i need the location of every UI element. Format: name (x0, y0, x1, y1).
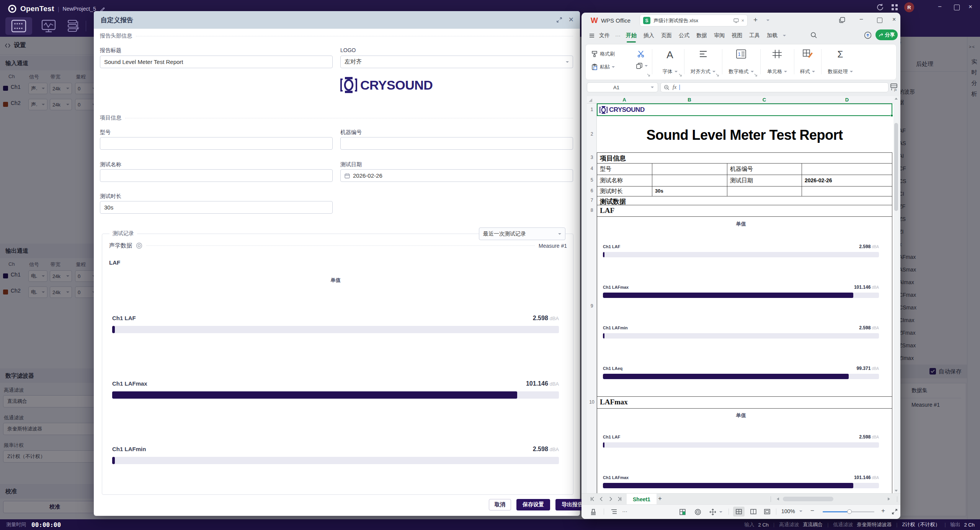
close-dialog-icon[interactable]: ✕ (568, 16, 574, 24)
row-header-5[interactable]: 5 (587, 177, 597, 183)
maximize-button[interactable] (954, 5, 960, 10)
stamp-icon[interactable] (590, 509, 597, 515)
menu-item[interactable]: 审阅 (713, 32, 725, 39)
test-record-select[interactable]: 最近一次测试记录 (479, 227, 565, 240)
avatar[interactable]: R (904, 2, 914, 12)
menu-item[interactable]: 加载 (766, 32, 778, 39)
menu-item[interactable]: 插入 (643, 32, 655, 39)
scroll-up-icon[interactable] (895, 98, 898, 100)
next-sheet-icon[interactable] (608, 497, 613, 501)
add-sheet-icon[interactable]: + (658, 495, 662, 502)
ribbon-group-data-process[interactable]: Σ 数据处理 (821, 47, 859, 77)
wps-titlebar[interactable]: W WPS Office S 声级计测试报告.xlsx × + − × (581, 13, 900, 28)
column-header-B[interactable]: B (652, 96, 727, 103)
minimize-window-icon[interactable]: − (859, 16, 863, 23)
maximize-window-icon[interactable] (877, 18, 882, 23)
cancel-button[interactable]: 取消 (489, 499, 511, 510)
row-header-8[interactable]: 8 (587, 208, 597, 213)
paste-button[interactable]: 粘贴 (591, 62, 615, 72)
column-header-C[interactable]: C (727, 96, 802, 103)
vertical-scrollbar[interactable] (893, 96, 899, 493)
row-header-column[interactable] (587, 103, 597, 493)
menu-item[interactable]: 公式 (678, 32, 690, 39)
record-circle-icon[interactable] (694, 509, 701, 515)
close-window-icon[interactable]: × (892, 16, 896, 23)
zoom-out-icon[interactable]: − (810, 507, 814, 515)
menu-overflow-chevron-icon[interactable] (783, 35, 786, 36)
scrollbar-thumb[interactable] (894, 123, 898, 211)
dialog-header[interactable]: 自定义报告 ✕ (94, 11, 580, 29)
hscroll-left-icon[interactable] (777, 497, 779, 501)
fx-panel-icon[interactable]: fx (890, 83, 898, 92)
minimize-button[interactable]: − (938, 3, 942, 11)
apps-grid-icon[interactable] (890, 3, 899, 11)
row-header-3[interactable]: 3 (587, 155, 597, 160)
ribbon-group-cells[interactable]: 单元格 (760, 47, 794, 77)
side-by-side-icon[interactable] (839, 17, 845, 23)
copy-button[interactable] (636, 62, 648, 69)
menu-file[interactable]: 文件 (598, 32, 611, 39)
zoom-in-icon[interactable]: + (881, 507, 885, 515)
ribbon-group-number-format[interactable]: 1 数字格式 (722, 47, 760, 77)
test-date-input[interactable]: 2026-02-26 (340, 169, 573, 182)
ribbon-group-styles[interactable]: 样式 (794, 47, 821, 77)
model-input[interactable] (100, 137, 333, 150)
group-expand-icon[interactable] (716, 74, 719, 77)
page-layout-view-button[interactable] (761, 507, 773, 517)
ribbon-group-alignment[interactable]: 对齐方式 (684, 47, 722, 77)
zoom-level-control[interactable]: 100% (781, 508, 802, 514)
sheet-tab-sheet1[interactable]: Sheet1 (627, 494, 657, 505)
report-title-input[interactable]: Sound Level Meter Test Report (100, 56, 333, 68)
normal-view-button[interactable] (733, 507, 745, 517)
test-name-input[interactable] (100, 169, 333, 182)
search-icon[interactable] (810, 32, 817, 39)
target-circle-icon[interactable] (136, 242, 142, 249)
save-settings-button[interactable]: 保存设置 (516, 499, 550, 510)
tab-list-chevron-icon[interactable] (766, 20, 769, 21)
selection-fill-handle[interactable] (890, 114, 893, 117)
logo-align-select[interactable]: 左对齐 (340, 56, 573, 68)
cloud-upload-icon[interactable] (864, 31, 872, 39)
serial-input[interactable] (340, 137, 573, 150)
hscroll-thumb[interactable] (783, 497, 833, 501)
menu-home-active[interactable]: 开始 (625, 32, 637, 39)
scroll-down-icon[interactable] (895, 490, 898, 492)
column-header-D[interactable]: D (802, 96, 892, 103)
page-break-view-button[interactable] (748, 507, 759, 517)
row-header-10[interactable]: 10 (587, 399, 597, 405)
outline-icon[interactable] (611, 509, 617, 515)
menu-item[interactable]: 视图 (731, 32, 743, 39)
fullscreen-icon[interactable] (892, 509, 898, 515)
menu-item[interactable]: 页面 (660, 32, 673, 39)
format-painter-button[interactable]: 格式刷 (591, 49, 615, 59)
cut-button[interactable] (637, 50, 645, 59)
zoom-slider[interactable] (823, 511, 874, 512)
row-header-6[interactable]: 6 (587, 188, 597, 193)
hamburger-icon[interactable] (589, 33, 595, 38)
hscroll-right-icon[interactable] (888, 497, 890, 501)
close-button[interactable]: × (969, 3, 972, 11)
prev-sheet-icon[interactable] (599, 497, 604, 501)
zoom-slider-thumb[interactable] (847, 509, 852, 514)
last-sheet-icon[interactable] (617, 497, 622, 501)
group-expand-icon[interactable] (679, 74, 682, 77)
document-tab[interactable]: S 声级计测试报告.xlsx × (640, 15, 748, 26)
table-tools-icon[interactable] (679, 509, 686, 515)
new-tab-icon[interactable]: + (753, 16, 758, 24)
move-mode-control[interactable] (709, 509, 722, 515)
refresh-icon[interactable] (876, 3, 884, 11)
row-header-4[interactable]: 4 (587, 166, 597, 171)
ribbon-group-font[interactable]: A 字体 (656, 47, 684, 77)
duration-input[interactable]: 30s (100, 201, 333, 214)
channels-view-button[interactable] (5, 17, 32, 35)
group-expand-icon[interactable] (754, 74, 757, 77)
row-header-2[interactable]: 2 (587, 131, 597, 137)
group-expand-icon[interactable] (647, 74, 650, 77)
menu-item[interactable]: 工具 (748, 32, 761, 39)
row-header-9[interactable]: 9 (587, 303, 597, 309)
expand-dialog-icon[interactable] (556, 17, 562, 23)
first-sheet-icon[interactable] (590, 497, 595, 501)
formula-bar[interactable]: fx (660, 82, 889, 92)
row-header-1[interactable]: 1 (587, 107, 597, 112)
close-tab-icon[interactable]: × (741, 18, 744, 23)
